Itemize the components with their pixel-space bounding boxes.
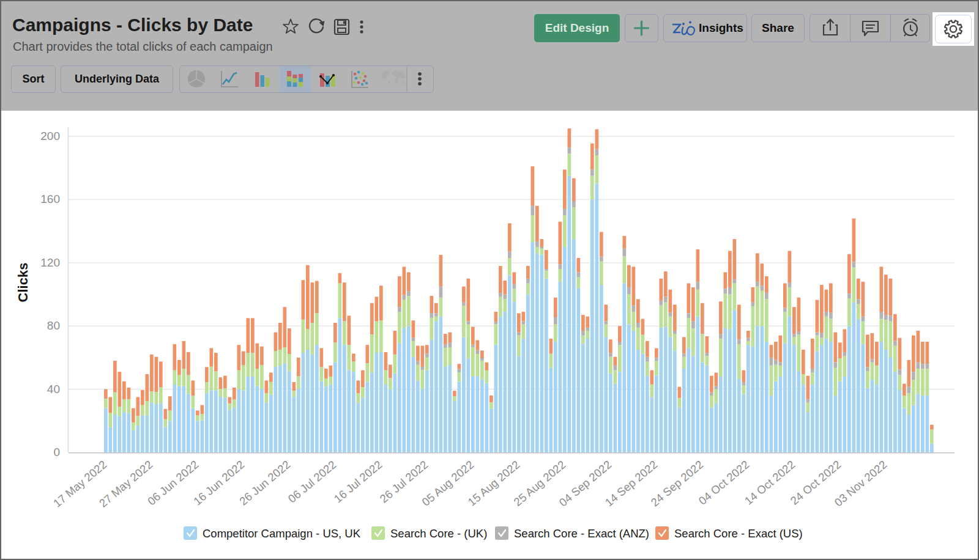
svg-text:26 Jun 2022: 26 Jun 2022 — [237, 458, 293, 508]
svg-text:Search Core - Exact (ANZ): Search Core - Exact (ANZ) — [514, 527, 649, 540]
svg-text:0: 0 — [53, 446, 60, 459]
svg-text:Search Core - Exact (US): Search Core - Exact (US) — [674, 527, 803, 540]
svg-text:120: 120 — [40, 256, 60, 269]
svg-text:40: 40 — [47, 383, 60, 396]
svg-text:Competitor Campaign - US, UK: Competitor Campaign - US, UK — [203, 527, 361, 540]
svg-text:160: 160 — [40, 193, 60, 205]
svg-text:Search Core - (UK): Search Core - (UK) — [390, 527, 487, 540]
svg-text:06 Jul 2022: 06 Jul 2022 — [286, 458, 339, 506]
svg-text:16 Jul 2022: 16 Jul 2022 — [332, 458, 385, 506]
svg-text:Clicks: Clicks — [15, 263, 31, 303]
svg-text:80: 80 — [47, 319, 60, 332]
svg-text:200: 200 — [40, 130, 60, 142]
